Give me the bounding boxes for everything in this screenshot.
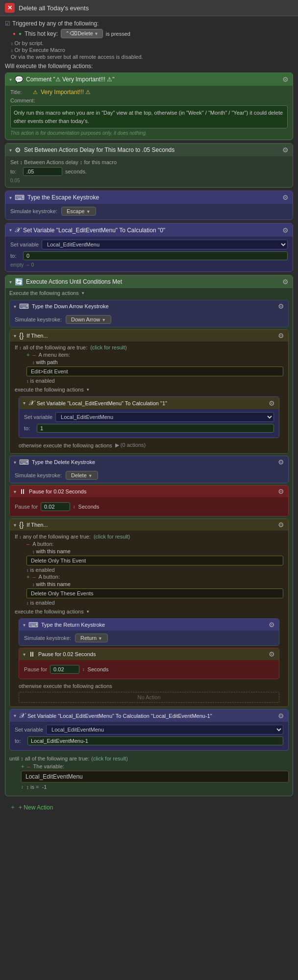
hotkey-suffix: is pressed [106,31,130,37]
pause1-value[interactable] [41,502,70,511]
escape-action-header[interactable]: ▾ ⌨ Type the Escape Keystroke ⚙ [5,191,293,204]
delete-keystroke-header[interactable]: ▾ ⌨ Type the Delete Keystroke ⚙ [10,456,288,468]
pause2-header[interactable]: ▾ ⏸ Pause for 0.02 Seconds ⚙ [19,648,279,660]
if-then-1-minus[interactable]: – [32,352,35,358]
if-then-2-with-name-arrows-1: ↕ [32,549,35,554]
return-keystroke-block: ▾ ⌨ Type the Return Keystroke ⚙ Simulate… [19,618,279,646]
down-arrow-key-badge: Down Arrow ▼ [66,315,111,324]
hotkey-key: ⌃⌫Delete [65,30,93,37]
set-var1-action-header[interactable]: ▾ 𝒳 Set Variable "Local_EditEventMenu" T… [5,223,293,237]
until-minus[interactable]: – [27,763,30,769]
comment-note: This action is for documentation purpose… [10,130,288,136]
add-action-icon: ＋ [10,803,16,811]
if-then-2-header[interactable]: ▾ {} If Then... ⚙ [10,519,288,531]
set-var2-header[interactable]: ▾ 𝒳 Set Variable "Local_EditEventMenu" T… [10,710,288,722]
escape-simulate-label: Simulate keystroke: [10,208,57,214]
pause2-value[interactable] [50,665,79,674]
if-then-2-minus-1[interactable]: – [26,541,29,547]
escape-gear-icon[interactable]: ⚙ [282,194,289,201]
escape-icon: ⌨ [15,194,25,201]
inner-set-var-icon: 𝒳 [28,399,34,407]
if-then-1-otherwise-text: otherwise execute the following actions [19,442,112,448]
comment-gear-icon[interactable]: ⚙ [282,75,289,83]
until-click-result[interactable]: (click for result) [91,756,128,761]
if-then-2-otherwise-text: otherwise execute the following actions [19,683,112,689]
delay-to-label: to: [10,169,20,174]
set-var1-value-input[interactable] [23,251,288,260]
down-arrow-simulate-label: Simulate keystroke: [15,317,62,322]
if-then-2-minus-2[interactable]: – [32,574,35,580]
inner-set-var-select[interactable]: Local_EditEventMenu [55,412,274,422]
until-var-label: The variable: [33,763,65,769]
trigger-checkbox[interactable]: ☑ [5,20,10,27]
close-button[interactable]: ✕ [5,3,15,13]
delete-keystroke-icon: ⌨ [19,458,29,466]
if-then-1-header-text: If Then... [26,333,48,339]
or-by-script[interactable]: ↕ Or by script. [11,40,293,46]
green-circle-icon: ● [19,31,22,36]
if-then-1-type: A menu item: [39,352,70,358]
comment-body: Title: ⚠ Very Important!!! ⚠ Comment: On… [5,86,293,140]
set-var2-value[interactable] [27,736,283,745]
delay-gear-icon[interactable]: ⚙ [282,146,289,154]
until-plus[interactable]: + [21,763,24,769]
if-then-2-no-action: No Action [19,692,279,703]
if-then-1-block: ▾ {} If Then... ⚙ If ↕ all of the follow… [9,329,289,454]
if-then-2-click-result[interactable]: (click for result) [94,534,130,539]
down-arrow-gear-icon[interactable]: ⚙ [278,302,284,310]
if-then-2-with-name-arrows-2: ↕ [32,582,35,587]
pause1-gear-icon[interactable]: ⚙ [278,488,284,495]
if-then-1-click-result[interactable]: (click for result) [90,344,127,350]
delete-keystroke-body: Simulate keystroke: Delete ▼ [10,468,288,483]
inner-set-var-header-text: Set Variable "Local_EditEventMenu" To Ca… [37,400,167,406]
pause2-gear-icon[interactable]: ⚙ [269,650,275,658]
if-then-2-gear-icon[interactable]: ⚙ [278,521,284,529]
loop-action-header[interactable]: ▾ 🔄 Execute Actions Until Conditions Met… [5,275,293,288]
delay-value-input[interactable] [23,167,62,176]
if-then-1-header[interactable]: ▾ {} If Then... ⚙ [10,330,288,342]
pause1-chevron: ▾ [14,489,16,494]
delete-keystroke-gear-icon[interactable]: ⚙ [278,458,284,466]
set-var2-gear-icon[interactable]: ⚙ [278,712,284,720]
pause1-icon: ⏸ [19,488,26,495]
loop-body: Execute the following actions ▾ ▾ ⌨ Type… [5,288,293,796]
delay-chevron: ▾ [9,147,12,153]
delay-action-header[interactable]: ▾ ⚙ Set Between Actions Delay for This M… [5,144,293,156]
if-then-1-cond-label: If ↕ all of the following are true: [15,344,87,350]
down-arrow-chevron: ▾ [14,304,16,309]
down-arrow-header[interactable]: ▾ ⌨ Type the Down Arrow Keystroke ⚙ [10,300,288,312]
set-var2-icon: 𝒳 [19,711,25,720]
delay-seconds-label: seconds. [65,169,87,174]
inner-set-var-block: ▾ 𝒳 Set Variable "Local_EditEventMenu" T… [19,396,279,438]
comment-action-header[interactable]: ▾ 💬 Comment "⚠ Very Important!!! ⚠" ⚙ [5,73,293,86]
set-var1-gear-icon[interactable]: ⚙ [282,226,289,234]
inner-set-var-gear-icon[interactable]: ⚙ [269,399,275,407]
return-keystroke-header[interactable]: ▾ ⌨ Type the Return Keystroke ⚙ [19,619,279,631]
pause1-header[interactable]: ▾ ⏸ Pause for 0.02 Seconds ⚙ [10,486,288,497]
set-var2-header-text: Set Variable "Local_EditEventMenu" To Ca… [27,713,212,719]
if-then-1-gear-icon[interactable]: ⚙ [278,332,284,340]
delete-simulate-label: Simulate keystroke: [15,472,62,478]
set-var2-select[interactable]: Local_EditEventMenu [46,725,283,735]
add-action-bar[interactable]: ＋ + New Action [5,799,293,815]
inner-set-var-value[interactable] [37,424,274,433]
until-section: until ↕ all of the following are true: (… [5,753,293,793]
hotkey-dropdown-arrow: ▼ [94,31,99,36]
if-then-2-name-2: Delete Only These Events [26,588,283,598]
if-then-1-plus[interactable]: + [26,352,29,358]
escape-header-text: Type the Escape Keystroke [27,194,99,201]
triggered-by-label: Triggered by any of the following: [12,20,99,27]
if-then-2-plus-2[interactable]: + [26,574,29,580]
inner-set-var-header[interactable]: ▾ 𝒳 Set Variable "Local_EditEventMenu" T… [19,397,279,409]
return-gear-icon[interactable]: ⚙ [269,621,275,629]
inner-set-var-label: Set variable [24,414,52,420]
pause2-chevron: ▾ [23,652,25,657]
loop-gear-icon[interactable]: ⚙ [282,278,289,286]
hotkey-badge[interactable]: ⌃⌫Delete ▼ [61,29,103,38]
will-execute-label: Will execute the following actions: [5,63,293,70]
down-arrow-header-text: Type the Down Arrow Keystroke [32,303,109,309]
if-then-1-icon: {} [19,332,24,340]
set-var2-to-label: to: [15,738,25,744]
or-by-execute-macro[interactable]: ↕ Or by Execute Macro [11,47,293,53]
set-var1-variable-select[interactable]: Local_EditEventMenu [42,240,288,249]
